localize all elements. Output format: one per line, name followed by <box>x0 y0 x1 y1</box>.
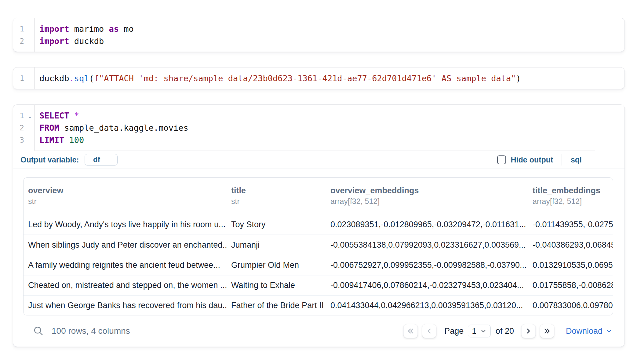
result-table: overviewstrtitlestroverview_embeddingsar… <box>23 177 613 315</box>
code-token: sample_data.kaggle.movies <box>59 123 188 133</box>
table-cell: Toy Story <box>227 220 326 229</box>
download-menu[interactable]: Download <box>566 326 612 336</box>
code-token: import <box>39 24 69 34</box>
output-variable-input[interactable] <box>85 154 118 166</box>
toolbar-right: Hide output sql <box>497 154 582 166</box>
code-token: ( <box>89 74 94 83</box>
table-row[interactable]: Just when George Banks has recovered fro… <box>24 295 613 315</box>
language-badge[interactable]: sql <box>571 155 582 164</box>
sql-cell-toolbar: Output variable: Hide output sql <box>13 151 624 169</box>
table-cell: Cheated on, mistreated and stepped on, t… <box>24 281 227 290</box>
table-row[interactable]: Cheated on, mistreated and stepped on, t… <box>24 275 613 295</box>
column-header[interactable]: title_embeddingsarray[f32, 512] <box>528 185 613 206</box>
code-token: mo <box>119 24 134 34</box>
chevron-right-icon <box>524 327 532 335</box>
pagination: Page 1 of 20 <box>403 324 612 338</box>
column-type: array[f32, 512] <box>330 196 528 206</box>
table-cell: Grumpier Old Men <box>227 260 326 270</box>
code-area[interactable]: SELECT *FROM sample_data.kaggle.moviesLI… <box>35 105 624 151</box>
table-cell: Jumanji <box>227 240 326 250</box>
table-row[interactable]: Led by Woody, Andy's toys live happily i… <box>24 214 613 235</box>
next-page-button[interactable] <box>521 324 536 338</box>
column-header[interactable]: titlestr <box>227 185 326 206</box>
line-number: 1 <box>13 23 34 35</box>
last-page-button[interactable] <box>540 324 554 338</box>
code-line[interactable]: import duckdb <box>39 35 624 47</box>
line-number: 3 <box>13 134 34 146</box>
chevron-down-icon <box>480 328 487 334</box>
table-cell: 0.023089351,-0.012809965,-0.03209472,-0.… <box>326 220 528 229</box>
row-count-label: 100 rows, 4 columns <box>52 326 130 336</box>
code-token: 100 <box>69 135 84 145</box>
table-cell: Father of the Bride Part II <box>227 301 326 310</box>
column-type: array[f32, 512] <box>533 196 613 206</box>
table-cell: 0.0132910535,0.06958 <box>528 260 613 270</box>
line-number: 2 <box>13 122 34 134</box>
chevron-left-icon <box>425 327 433 335</box>
output-area: overviewstrtitlestroverview_embeddingsar… <box>13 169 624 347</box>
code-token: FROM <box>39 123 59 133</box>
code-token: f"ATTACH 'md:_share/sample_data/23b0d623… <box>94 74 516 83</box>
notebook: 12 import marimo as moimport duckdb 1 du… <box>0 0 637 347</box>
page-label: Page <box>444 326 464 336</box>
table-cell: -0.006752927,0.099952355,-0.009982588,-0… <box>326 260 528 270</box>
table-cell: -0.0055384138,0.07992093,0.023316627,0.0… <box>326 240 528 250</box>
download-label: Download <box>566 326 602 336</box>
gutter: 12 <box>13 18 35 52</box>
code-line[interactable]: FROM sample_data.kaggle.movies <box>39 122 624 134</box>
code-cell-imports: 12 import marimo as moimport duckdb <box>13 18 625 52</box>
code-cell-attach: 1 duckdb.sql(f"ATTACH 'md:_share/sample_… <box>13 67 625 89</box>
gutter: 1 <box>13 67 35 89</box>
table-cell: Led by Woody, Andy's toys live happily i… <box>24 220 227 229</box>
table-header-row: overviewstrtitlestroverview_embeddingsar… <box>24 178 613 214</box>
column-name: title_embeddings <box>533 185 613 196</box>
code-token: import <box>39 36 69 46</box>
column-name: title <box>231 185 326 196</box>
fold-chevron-icon[interactable]: ⌄ <box>27 110 32 122</box>
column-header[interactable]: overviewstr <box>24 185 227 206</box>
table-cell: -0.009417406,0.07860214,-0.023279453,0.0… <box>326 281 528 290</box>
hide-output-label[interactable]: Hide output <box>511 155 553 164</box>
prev-page-button[interactable] <box>422 324 436 338</box>
column-type: str <box>28 196 227 206</box>
table-footer: 100 rows, 4 columns Page 1 <box>23 315 624 347</box>
code-token: as <box>109 24 119 34</box>
table-cell: -0.040386293,0.06845 <box>528 240 613 250</box>
page-select[interactable]: 1 <box>468 325 490 337</box>
code-editor[interactable]: 1 duckdb.sql(f"ATTACH 'md:_share/sample_… <box>13 67 624 89</box>
code-token: sql <box>74 74 89 83</box>
line-number: 1 <box>13 72 34 85</box>
first-page-button[interactable] <box>403 324 418 338</box>
code-token: duckdb <box>39 74 69 83</box>
code-editor[interactable]: 12 import marimo as moimport duckdb <box>13 18 624 52</box>
table-cell: 0.041433044,0.042966213,0.0039591365,0.0… <box>326 301 528 310</box>
table-row[interactable]: A family wedding reignites the ancient f… <box>24 255 613 275</box>
table-cell: Just when George Banks has recovered fro… <box>24 301 227 310</box>
table-cell: 0.007833006,0.097801 <box>528 301 613 310</box>
code-token: ) <box>516 74 521 83</box>
code-editor[interactable]: 1⌄23 SELECT *FROM sample_data.kaggle.mov… <box>13 105 624 151</box>
output-variable-label: Output variable: <box>20 155 79 164</box>
table-row[interactable]: When siblings Judy and Peter discover an… <box>24 235 613 255</box>
sql-cell: 1⌄23 SELECT *FROM sample_data.kaggle.mov… <box>13 104 625 347</box>
table-cell: Waiting to Exhale <box>227 281 326 290</box>
search-icon[interactable] <box>33 326 44 336</box>
code-token: . <box>69 74 74 83</box>
code-token: marimo <box>69 24 109 34</box>
code-area[interactable]: import marimo as moimport duckdb <box>35 18 624 52</box>
code-line[interactable]: SELECT * <box>39 110 624 122</box>
code-token <box>69 111 74 120</box>
code-line[interactable]: duckdb.sql(f"ATTACH 'md:_share/sample_da… <box>39 72 624 85</box>
line-number: 1⌄ <box>13 110 34 122</box>
chevrons-left-icon <box>407 327 415 335</box>
page-total-label: of 20 <box>496 326 514 336</box>
column-header[interactable]: overview_embeddingsarray[f32, 512] <box>326 185 528 206</box>
table-body: Led by Woody, Andy's toys live happily i… <box>24 214 613 315</box>
chevrons-right-icon <box>543 327 551 335</box>
code-line[interactable]: import marimo as mo <box>39 23 624 35</box>
code-line[interactable]: LIMIT 100 <box>39 134 624 146</box>
code-area[interactable]: duckdb.sql(f"ATTACH 'md:_share/sample_da… <box>35 67 624 89</box>
code-token: duckdb <box>69 36 104 46</box>
hide-output-checkbox[interactable] <box>497 155 506 164</box>
column-name: overview <box>28 185 227 196</box>
